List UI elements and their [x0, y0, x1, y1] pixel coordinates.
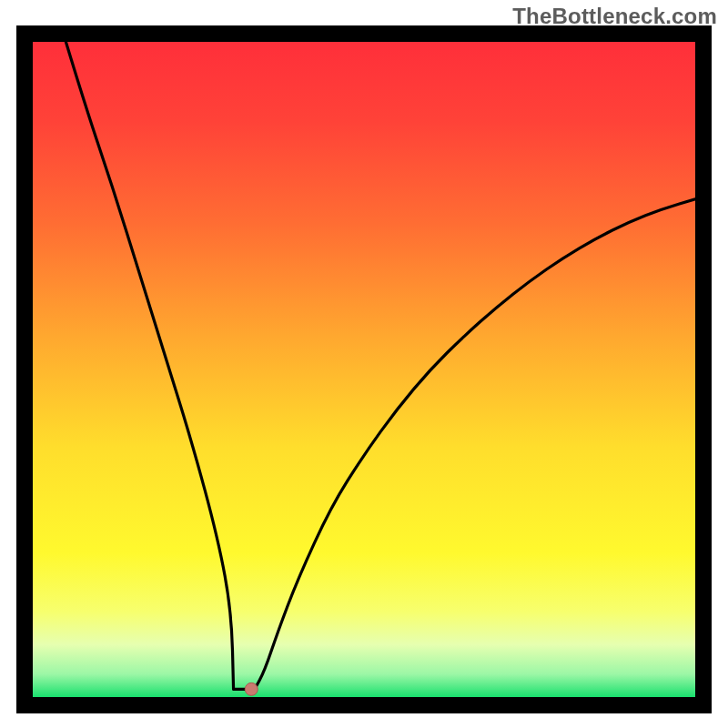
bottleneck-chart [33, 42, 695, 697]
chart-plot-area [33, 42, 695, 697]
chart-frame [16, 25, 712, 713]
watermark-text: TheBottleneck.com [512, 4, 717, 29]
gradient-background [33, 42, 695, 697]
optimal-point-marker [245, 682, 258, 695]
